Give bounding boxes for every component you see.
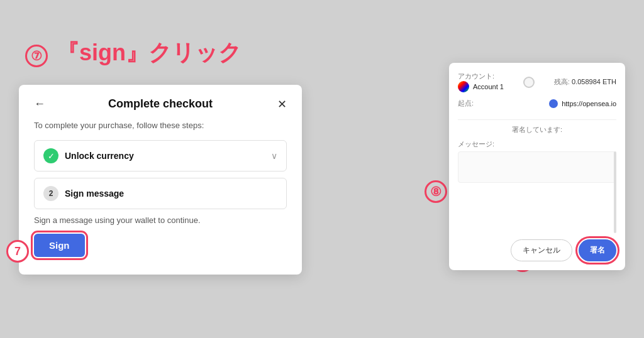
message-wrapper — [458, 151, 616, 233]
check-icon: ✓ — [43, 148, 58, 163]
origin-icon — [549, 99, 558, 108]
modal-close-button[interactable]: ✕ — [277, 97, 287, 111]
account-row: アカウント: Account 1 残高: 0.058984 ETH — [458, 72, 616, 92]
message-label: メッセージ: — [458, 139, 616, 149]
sign-metamask-button[interactable]: 署名 — [579, 239, 616, 261]
unlock-currency-label: Unlock currency — [65, 151, 134, 161]
sign-message-left: 2 Sign message — [43, 186, 124, 201]
origin-row: 起点: https://opensea.io — [458, 99, 616, 108]
left-instruction: ⑦ 『sign』クリック — [25, 38, 242, 68]
sign-button[interactable]: Sign — [34, 234, 85, 257]
balance-value: 0.058984 ETH — [572, 78, 616, 85]
cancel-button[interactable]: キャンセル — [511, 239, 572, 261]
account-avatar — [458, 81, 469, 92]
step7-badge: 7 — [6, 240, 29, 263]
account-label: アカウント: — [458, 72, 494, 80]
scroll-bar[interactable] — [614, 151, 616, 233]
modal-subtitle: To complete your purchase, follow these … — [34, 121, 287, 130]
modal-title: Complete checkout — [108, 97, 213, 111]
sign-message-row: 2 Sign message — [34, 178, 287, 209]
metamask-panel: アカウント: Account 1 残高: 0.058984 ETH 起点: ht… — [449, 63, 625, 270]
modal-back-button[interactable]: ← — [34, 97, 45, 111]
step8-circle-label: ⑧ — [425, 180, 447, 203]
mm-footer: キャンセル 署名 — [458, 239, 616, 261]
network-icon — [523, 77, 535, 88]
balance-group: 残高: 0.058984 ETH — [554, 77, 616, 87]
unlock-currency-row: ✓ Unlock currency ∨ — [34, 140, 287, 172]
step7-circle: ⑦ — [25, 45, 48, 67]
balance-label: 残高: — [554, 78, 570, 85]
sign-message-label: Sign message — [65, 188, 124, 199]
unlock-currency-left: ✓ Unlock currency — [43, 148, 134, 163]
account-label-group: アカウント: Account 1 — [458, 72, 504, 92]
sign-description: Sign a message using your wallet to cont… — [34, 215, 287, 225]
step-number-badge: 2 — [43, 186, 58, 201]
origin-url: https://opensea.io — [562, 100, 616, 107]
account-name-row: Account 1 — [458, 81, 504, 92]
checkout-modal: ← Complete checkout ✕ To complete your p… — [19, 85, 302, 275]
left-instruction-text: 『sign』クリック — [57, 40, 242, 65]
divider — [458, 119, 616, 120]
account-name: Account 1 — [473, 83, 504, 90]
message-box — [458, 151, 616, 183]
origin-label: 起点: — [458, 99, 474, 108]
modal-header: ← Complete checkout ✕ — [34, 97, 287, 111]
origin-value-row: https://opensea.io — [549, 99, 616, 108]
signing-label: 署名しています: — [458, 125, 616, 134]
chevron-down-icon: ∨ — [271, 151, 277, 161]
